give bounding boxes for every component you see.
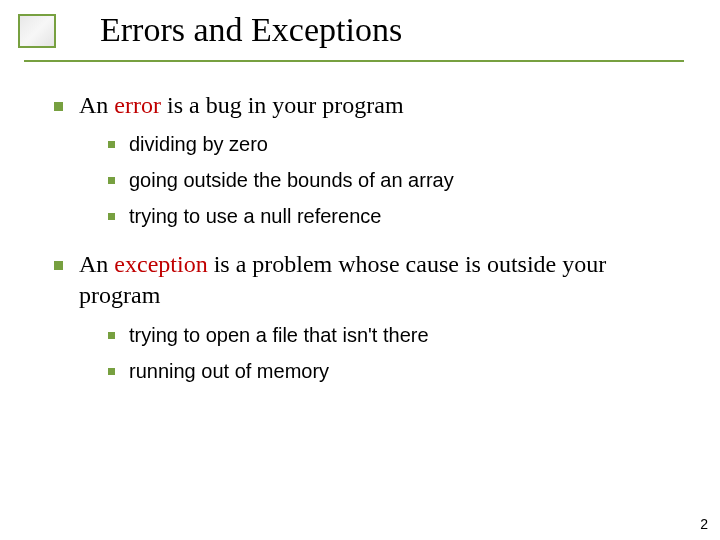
square-bullet-icon (108, 368, 115, 375)
accent-box-icon (18, 14, 56, 48)
bullet-text: An exception is a problem whose cause is… (79, 249, 690, 311)
term-exception: exception (114, 251, 207, 277)
text: An (79, 92, 114, 118)
bullet-text: trying to use a null reference (129, 203, 690, 229)
title-area: Errors and Exceptions (100, 10, 690, 55)
text: An (79, 251, 114, 277)
bullet-text: running out of memory (129, 358, 690, 384)
square-bullet-icon (108, 213, 115, 220)
page-number: 2 (700, 516, 708, 532)
sub-bullet: running out of memory (108, 358, 690, 384)
sub-bullet: trying to open a file that isn't there (108, 322, 690, 348)
title-underline (24, 60, 684, 62)
bullet-text: An error is a bug in your program (79, 90, 690, 121)
slide-title: Errors and Exceptions (100, 10, 690, 55)
text: reference (291, 205, 381, 227)
slide-body: An error is a bug in your program dividi… (54, 90, 690, 394)
square-bullet-icon (54, 102, 63, 111)
sub-bullet: dividing by zero (108, 131, 690, 157)
square-bullet-icon (108, 141, 115, 148)
sub-bullet: going outside the bounds of an array (108, 167, 690, 193)
square-bullet-icon (54, 261, 63, 270)
bullet-error: An error is a bug in your program (54, 90, 690, 121)
bullet-text: going outside the bounds of an array (129, 167, 690, 193)
bullet-exception: An exception is a problem whose cause is… (54, 249, 690, 311)
text: trying to use a (129, 205, 260, 227)
bullet-text: dividing by zero (129, 131, 690, 157)
code-null: null (260, 205, 291, 227)
slide: Errors and Exceptions An error is a bug … (0, 0, 720, 540)
spacer (54, 239, 690, 249)
square-bullet-icon (108, 332, 115, 339)
sub-bullet: trying to use a null reference (108, 203, 690, 229)
text: is a bug in your program (161, 92, 404, 118)
bullet-text: trying to open a file that isn't there (129, 322, 690, 348)
square-bullet-icon (108, 177, 115, 184)
term-error: error (114, 92, 161, 118)
